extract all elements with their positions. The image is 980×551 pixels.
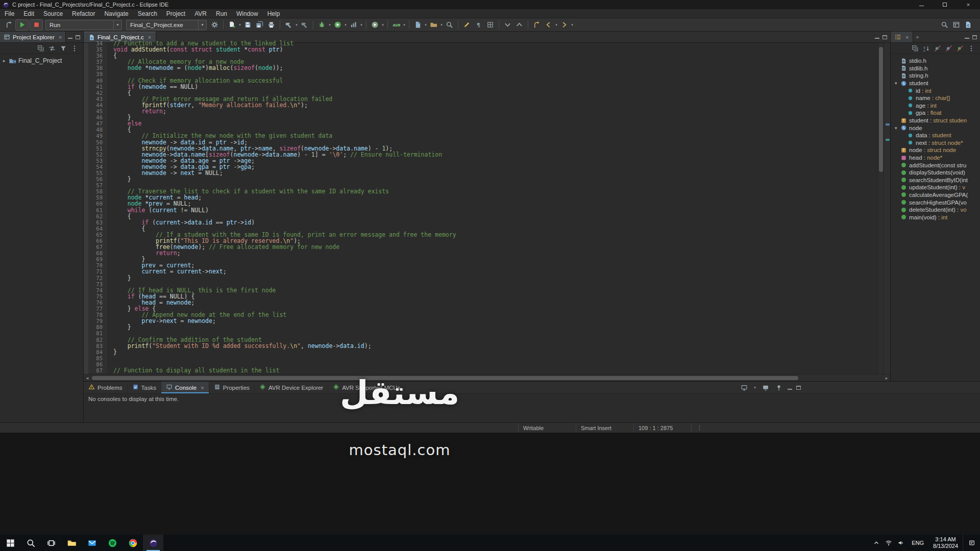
- scroll-left-icon[interactable]: ◂: [84, 375, 91, 381]
- run-mode-combo[interactable]: Run▾: [45, 20, 122, 30]
- profile-icon[interactable]: [348, 19, 359, 30]
- tab-avr-device-explorer[interactable]: AVR Device Explorer: [255, 382, 328, 393]
- chevron-down-icon[interactable]: ▾: [113, 20, 121, 30]
- search-icon[interactable]: [939, 19, 950, 30]
- scroll-right-icon[interactable]: ▸: [883, 375, 890, 381]
- chevron-down-icon[interactable]: ▾: [753, 386, 757, 390]
- launch-gear-icon[interactable]: [209, 19, 220, 30]
- pin-console-icon[interactable]: [774, 383, 783, 392]
- hide-fields-icon[interactable]: [933, 44, 942, 53]
- external-tools-icon[interactable]: [370, 19, 380, 30]
- maximize-view-icon[interactable]: [883, 35, 887, 39]
- new-wizard-icon[interactable]: [227, 19, 237, 30]
- outline-item[interactable]: next : struct node*: [891, 139, 980, 147]
- menu-file[interactable]: File: [0, 9, 19, 18]
- cpp-perspective-icon[interactable]: c: [963, 19, 973, 30]
- outline-item[interactable]: displayStudents(void): [891, 169, 980, 177]
- menu-avr[interactable]: AVR: [190, 9, 211, 18]
- volume-icon[interactable]: [895, 535, 907, 551]
- maximize-view-icon[interactable]: [796, 386, 801, 390]
- outline-item[interactable]: ▾Snode: [891, 124, 980, 132]
- build-project-icon[interactable]: [299, 19, 310, 30]
- outline-item[interactable]: age : int: [891, 102, 980, 110]
- open-console-icon[interactable]: [740, 383, 749, 392]
- back-icon[interactable]: [543, 19, 554, 30]
- start-button[interactable]: [0, 535, 20, 551]
- outline-item[interactable]: Tstudent : struct studen: [891, 117, 980, 124]
- tab-avr-supported-mcus[interactable]: AVR Supported MCUs: [328, 382, 405, 393]
- maximize-button[interactable]: [933, 0, 957, 9]
- outline-item[interactable]: ▾Sstudent: [891, 80, 980, 87]
- launch-config-combo[interactable]: Final_C_Project.exe▾: [126, 20, 207, 30]
- save-all-icon[interactable]: [254, 19, 265, 30]
- menu-edit[interactable]: Edit: [19, 9, 39, 18]
- minimize-view-icon[interactable]: [68, 35, 72, 39]
- open-perspective-icon[interactable]: [951, 19, 962, 30]
- outline-item[interactable]: gpa : float: [891, 109, 980, 117]
- new-folder-icon[interactable]: [428, 19, 439, 30]
- code-editor[interactable]: 34// Function to add a new student to th…: [84, 43, 890, 374]
- debug-icon[interactable]: [316, 19, 327, 30]
- show-whitespace-icon[interactable]: ¶: [473, 19, 484, 30]
- tree-item-final_c_project[interactable]: ▸CFinal_C_Project: [0, 56, 83, 65]
- outline-item[interactable]: updateStudent(int) : v: [891, 184, 980, 191]
- outline-item[interactable]: stdlib.h: [891, 65, 980, 72]
- taskbar-search-button[interactable]: [20, 535, 41, 551]
- expand-all-icon[interactable]: [911, 44, 920, 53]
- menu-project[interactable]: Project: [162, 9, 190, 18]
- last-edit-location-icon[interactable]: [531, 19, 542, 30]
- chevron-down-icon[interactable]: ▾: [402, 23, 406, 27]
- chevron-down-icon[interactable]: ▾: [424, 23, 428, 27]
- display-selected-console-icon[interactable]: [761, 383, 770, 392]
- restore-welcome-icon[interactable]: [4, 19, 14, 30]
- spotify-button[interactable]: [102, 535, 122, 551]
- collapse-all-icon[interactable]: [36, 44, 45, 53]
- horizontal-scrollbar[interactable]: ◂ ▸: [84, 374, 890, 381]
- build-all-icon[interactable]: [283, 19, 294, 30]
- menu-search[interactable]: Search: [133, 9, 162, 18]
- print-icon[interactable]: [266, 19, 277, 30]
- tray-expand-icon[interactable]: [870, 535, 883, 551]
- chevron-down-icon[interactable]: ▾: [295, 23, 299, 27]
- language-indicator[interactable]: ENG: [907, 540, 928, 546]
- chevron-down-icon[interactable]: ▾: [439, 23, 444, 27]
- run-as-icon[interactable]: [332, 19, 343, 30]
- chevron-down-icon[interactable]: ▾: [554, 23, 558, 27]
- outline-item[interactable]: calculateAverageGPA(: [891, 191, 980, 199]
- project-explorer-tab[interactable]: Project Explorer ×: [0, 32, 66, 42]
- outline-item[interactable]: head : node*: [891, 154, 980, 162]
- minimize-button[interactable]: [910, 0, 933, 9]
- menu-refactor[interactable]: Refactor: [67, 9, 100, 18]
- link-with-editor-icon[interactable]: [47, 44, 57, 53]
- maximize-view-icon[interactable]: [76, 35, 80, 39]
- prev-annotation-icon[interactable]: [514, 19, 525, 30]
- close-icon[interactable]: ×: [201, 385, 204, 391]
- menu-source[interactable]: Source: [39, 9, 67, 18]
- file-explorer-button[interactable]: [61, 535, 82, 551]
- close-button[interactable]: ×: [957, 0, 980, 9]
- outline-item[interactable]: string.h: [891, 72, 980, 80]
- hide-static-icon[interactable]: [944, 44, 953, 53]
- outline-item[interactable]: addStudent(const stru: [891, 161, 980, 169]
- chevron-down-icon[interactable]: ▾: [895, 81, 900, 86]
- menu-window[interactable]: Window: [232, 9, 263, 18]
- menu-help[interactable]: Help: [263, 9, 285, 18]
- tab-properties[interactable]: Properties: [209, 382, 255, 393]
- chevron-down-icon[interactable]: ▾: [344, 23, 348, 27]
- network-icon[interactable]: [883, 535, 895, 551]
- outline-item[interactable]: searchHighestGPA(vo: [891, 198, 980, 206]
- new-c-file-icon[interactable]: [412, 19, 423, 30]
- filter-icon[interactable]: [59, 44, 68, 53]
- minimize-view-icon[interactable]: [788, 386, 792, 390]
- open-element-icon[interactable]: [444, 19, 455, 30]
- eclipse-button[interactable]: [143, 535, 163, 551]
- maximize-view-icon[interactable]: [972, 35, 977, 39]
- close-icon[interactable]: ×: [905, 34, 909, 40]
- outline-item[interactable]: data : student: [891, 132, 980, 139]
- outline-item[interactable]: name : char[]: [891, 94, 980, 102]
- notification-center-icon[interactable]: [963, 535, 980, 551]
- chevron-down-icon[interactable]: ▾: [359, 23, 363, 27]
- mark-occurrences-icon[interactable]: [461, 19, 472, 30]
- chevron-down-icon[interactable]: ▾: [895, 126, 900, 131]
- close-icon[interactable]: ×: [59, 34, 62, 40]
